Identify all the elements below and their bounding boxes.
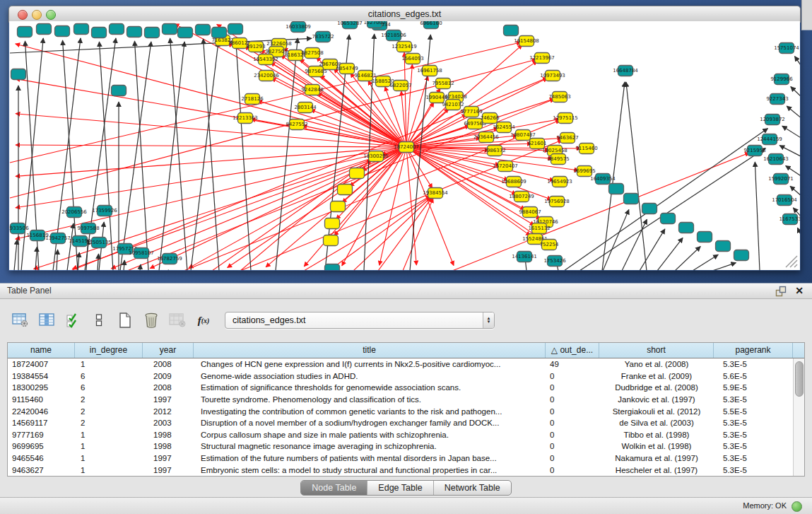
- network-node[interactable]: [74, 24, 89, 35]
- table-cell-out_degree[interactable]: 0: [546, 454, 599, 462]
- table-cell-in_degree[interactable]: 6: [75, 383, 143, 392]
- table-cell-short[interactable]: de Silva et al. (2003): [599, 419, 714, 427]
- network-node[interactable]: [92, 28, 107, 38]
- table-cell-pagerank[interactable]: 5.6E-5: [714, 372, 793, 380]
- table-row[interactable]: 946554611997Estimation of the future num…: [8, 452, 794, 465]
- network-node[interactable]: [338, 185, 353, 195]
- table-cell-name[interactable]: 18724007: [8, 360, 75, 368]
- table-cell-name[interactable]: 22420046: [8, 407, 75, 416]
- table-cell-out_degree[interactable]: 0: [546, 407, 599, 416]
- tab-node-table[interactable]: Node Table: [301, 481, 367, 495]
- table-cell-short[interactable]: Jankovic et al. (1997): [599, 395, 714, 404]
- select-all-rows-icon[interactable]: [64, 311, 82, 329]
- table-cell-pagerank[interactable]: 5.3E-5: [714, 419, 793, 427]
- table-cell-pagerank[interactable]: 5.3E-5: [714, 442, 793, 450]
- close-panel-icon[interactable]: ✕: [795, 284, 804, 298]
- network-node[interactable]: [11, 69, 26, 80]
- table-cell-short[interactable]: Hescheler et al. (1997): [599, 466, 714, 474]
- network-window-titlebar[interactable]: citations_edges.txt: [8, 6, 801, 23]
- table-cell-name[interactable]: 19384554: [8, 372, 75, 380]
- table-cell-in_degree[interactable]: 6: [75, 372, 143, 380]
- table-cell-name[interactable]: 9699695: [8, 442, 75, 450]
- table-cell-year[interactable]: 2008: [143, 383, 194, 392]
- table-cell-pagerank[interactable]: 5.9E-5: [714, 383, 793, 392]
- table-row[interactable]: 1872400712008Changes of HCN gene express…: [8, 358, 794, 370]
- network-node[interactable]: [698, 232, 712, 243]
- scrollbar-thumb[interactable]: [795, 361, 804, 397]
- table-cell-year[interactable]: 1997: [143, 466, 194, 474]
- table-cell-short[interactable]: Nakamura et al. (1997): [599, 454, 714, 462]
- table-mode-settings-icon[interactable]: [11, 311, 30, 329]
- table-cell-short[interactable]: Stergiakouli et al. (2012): [599, 407, 714, 416]
- column-header-short[interactable]: short: [599, 343, 714, 358]
- function-builder-icon[interactable]: f(x): [194, 311, 213, 329]
- table-cell-year[interactable]: 1997: [143, 454, 194, 462]
- table-cell-title[interactable]: Structural magnetic resonance image aver…: [194, 442, 546, 450]
- vertical-scrollbar[interactable]: [793, 358, 804, 476]
- row-height-icon[interactable]: [90, 311, 108, 329]
- network-node[interactable]: [163, 24, 177, 35]
- table-cell-title[interactable]: Genome-wide association studies in ADHD.: [194, 372, 546, 380]
- table-cell-out_degree[interactable]: 0: [546, 395, 599, 404]
- table-cell-title[interactable]: Corpus callosum shape and size in male p…: [194, 431, 546, 439]
- resize-grip-icon[interactable]: [783, 253, 799, 269]
- network-node[interactable]: [609, 184, 624, 194]
- network-node[interactable]: [504, 25, 519, 36]
- zoom-window-button[interactable]: [46, 10, 56, 20]
- table-cell-in_degree[interactable]: 2: [75, 407, 143, 416]
- network-node[interactable]: [642, 204, 657, 214]
- table-cell-name[interactable]: 9465546: [8, 454, 75, 462]
- network-node[interactable]: [196, 25, 211, 35]
- table-cell-out_degree[interactable]: 0: [546, 419, 599, 427]
- table-cell-year[interactable]: 1997: [143, 395, 194, 404]
- network-node[interactable]: [212, 28, 227, 38]
- table-cell-out_degree[interactable]: 0: [546, 372, 599, 380]
- column-header-name[interactable]: name: [8, 343, 75, 358]
- network-node[interactable]: [716, 241, 731, 252]
- table-row[interactable]: 1456911722003Disruption of a novel membe…: [8, 417, 794, 429]
- table-cell-in_degree[interactable]: 2: [75, 419, 143, 427]
- table-cell-out_degree[interactable]: 0: [546, 442, 599, 450]
- table-row[interactable]: 1938455462009Genome-wide association stu…: [8, 370, 794, 382]
- delete-columns-icon[interactable]: [142, 311, 160, 329]
- table-cell-year[interactable]: 1998: [143, 431, 194, 439]
- table-cell-short[interactable]: Franke et al. (2009): [599, 372, 714, 380]
- network-node[interactable]: [18, 27, 33, 37]
- close-window-button[interactable]: [18, 10, 28, 20]
- table-row[interactable]: 911546021997Tourette syndrome. Phenomeno…: [8, 394, 794, 406]
- table-cell-year[interactable]: 2009: [143, 372, 194, 380]
- table-row[interactable]: 1830029562008Estimation of significance …: [8, 382, 794, 394]
- table-cell-in_degree[interactable]: 1: [75, 454, 143, 462]
- column-header-in_degree[interactable]: in_degree: [75, 343, 143, 358]
- network-graph[interactable]: 1872400718300295193845547163822886012889…: [9, 21, 800, 270]
- network-node[interactable]: [112, 86, 126, 96]
- table-cell-out_degree[interactable]: 0: [546, 466, 599, 474]
- network-node[interactable]: [37, 24, 52, 35]
- network-node[interactable]: [228, 24, 243, 35]
- network-node[interactable]: [325, 218, 340, 229]
- network-node[interactable]: [679, 223, 694, 233]
- network-node[interactable]: [661, 214, 676, 224]
- table-cell-pagerank[interactable]: 5.3E-5: [714, 431, 793, 439]
- column-header-year[interactable]: year: [143, 343, 194, 358]
- table-cell-year[interactable]: 1998: [143, 442, 194, 450]
- table-cell-out_degree[interactable]: 0: [546, 431, 599, 439]
- table-cell-short[interactable]: Yano et al. (2008): [599, 360, 714, 368]
- network-node[interactable]: [55, 26, 70, 37]
- network-node[interactable]: [145, 28, 160, 38]
- table-cell-out_degree[interactable]: 0: [546, 383, 599, 392]
- table-row[interactable]: 946362711997Embryonic stem cells: a mode…: [8, 464, 794, 476]
- table-cell-pagerank[interactable]: 5.3E-5: [714, 360, 793, 368]
- column-header-pagerank[interactable]: pagerank: [714, 343, 793, 358]
- table-cell-name[interactable]: 9115460: [8, 395, 75, 404]
- table-cell-year[interactable]: 2008: [143, 360, 194, 368]
- table-cell-out_degree[interactable]: 49: [546, 360, 599, 368]
- minimize-window-button[interactable]: [32, 10, 42, 20]
- table-cell-in_degree[interactable]: 1: [75, 431, 143, 439]
- tab-edge-table[interactable]: Edge Table: [367, 481, 433, 495]
- table-cell-title[interactable]: Disruption of a novel member of a sodium…: [194, 419, 546, 427]
- network-node[interactable]: [331, 201, 346, 212]
- table-cell-short[interactable]: Dudbridge et al. (2008): [599, 383, 714, 392]
- tab-network-table[interactable]: Network Table: [433, 481, 511, 495]
- table-cell-pagerank[interactable]: 5.3E-5: [714, 395, 793, 404]
